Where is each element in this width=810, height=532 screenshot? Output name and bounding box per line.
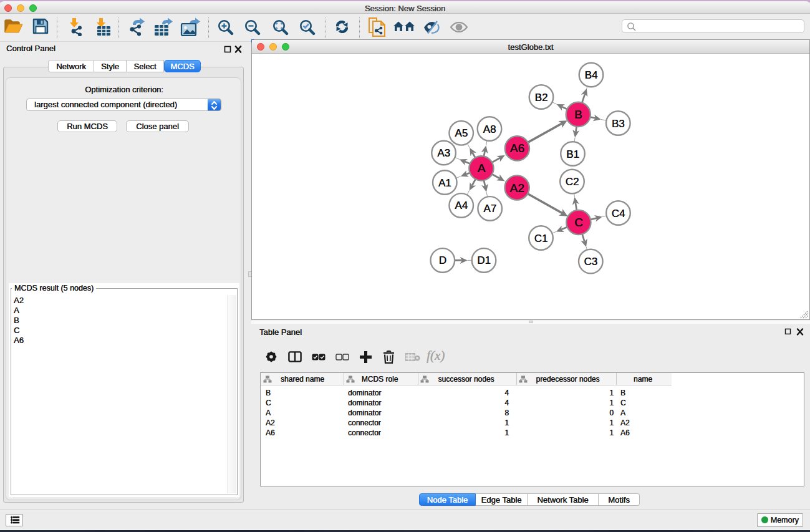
svg-text:A3: A3 [437, 147, 450, 159]
svg-text:A1: A1 [438, 177, 451, 189]
svg-text:A2: A2 [509, 181, 524, 195]
svg-text:A8: A8 [483, 123, 496, 135]
svg-text:A5: A5 [455, 127, 468, 139]
svg-text:A4: A4 [455, 200, 468, 211]
svg-text:C3: C3 [584, 256, 597, 268]
svg-text:B2: B2 [535, 92, 548, 104]
svg-text:B1: B1 [566, 148, 579, 160]
svg-text:B3: B3 [612, 118, 625, 130]
svg-text:A6: A6 [510, 142, 524, 155]
svg-text:A7: A7 [483, 203, 496, 215]
svg-text:C1: C1 [534, 233, 548, 244]
svg-text:A: A [478, 162, 486, 175]
svg-text:C2: C2 [566, 176, 579, 188]
svg-text:D1: D1 [477, 254, 491, 266]
svg-text:B: B [574, 108, 582, 121]
svg-text:C: C [574, 216, 583, 229]
svg-text:C4: C4 [612, 208, 625, 220]
svg-text:B4: B4 [585, 69, 598, 81]
svg-text:D: D [439, 254, 446, 266]
